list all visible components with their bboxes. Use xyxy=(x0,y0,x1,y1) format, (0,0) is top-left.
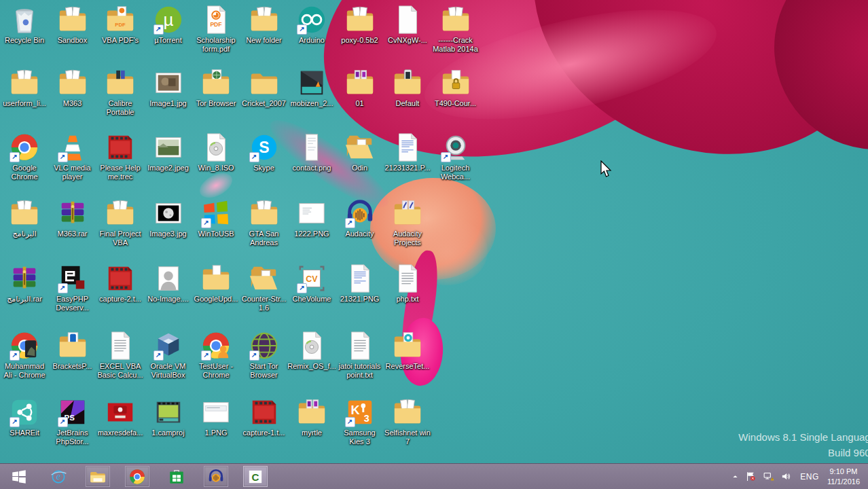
audacity-button[interactable] xyxy=(204,466,228,487)
desktop-icon-audacity-projects[interactable]: Audacity Projects xyxy=(384,198,431,247)
desktop-icon-contact-png[interactable]: contact.png xyxy=(288,132,336,173)
camtasia-button[interactable]: C xyxy=(243,466,268,487)
start-button[interactable] xyxy=(7,466,31,487)
desktop: Recycle BinSandboxPDFVBA PDF'sµ↗µTorrent… xyxy=(0,0,868,489)
desktop-icon-chevolume[interactable]: CV↗CheVolume xyxy=(288,263,336,304)
desktop-icon-googleupd[interactable]: GoogleUpd... xyxy=(192,263,240,304)
desktop-icon-vlc-media-player[interactable]: ↗VLC media player xyxy=(49,132,96,181)
desktop-icon-audacity[interactable]: ↗Audacity xyxy=(336,198,384,238)
desktop-icon-t490-cour[interactable]: T490-Cour... xyxy=(432,67,480,108)
desktop-icon-final-project-vba[interactable]: Final Project VBA xyxy=(96,198,144,247)
desktop-icon-label: 01 xyxy=(355,99,363,108)
desktop-icon-torrent[interactable]: µ↗µTorrent xyxy=(145,4,192,45)
volume-icon[interactable] xyxy=(780,471,792,482)
desktop-icon-crack-matlab-2014a[interactable]: ------Crack Matlab 2014a xyxy=(432,4,480,54)
desktop-icon-myrtle[interactable]: myrtle xyxy=(288,397,336,437)
desktop-icon-capture-1-t[interactable]: capture-1.t... xyxy=(240,397,288,437)
desktop-icon-m363[interactable]: M363 xyxy=(49,67,96,108)
desktop-icon-1-camproj[interactable]: 1.camproj xyxy=(145,397,192,437)
desktop-icon-image1-jpg[interactable]: Image1.jpg xyxy=(145,67,192,108)
network-warning-icon[interactable] xyxy=(763,471,774,482)
utorrent-icon: µ↗ xyxy=(153,4,184,35)
desktop-icon-label: contact.png xyxy=(293,164,331,173)
desktop-icon-odin[interactable]: Odin xyxy=(336,132,384,173)
easyphp-icon: ↗ xyxy=(57,263,88,294)
desktop-icon-php-txt[interactable]: php.txt xyxy=(384,263,431,304)
desktop-icon-label: New folder xyxy=(246,36,282,45)
wintousb-icon: ↗ xyxy=(200,198,232,229)
desktop-icon-recycle-bin[interactable]: Recycle Bin xyxy=(1,4,48,45)
desktop-icon-label: Arduino xyxy=(299,36,325,45)
desktop-icon-logitech-webca[interactable]: ↗Logitech Webca... xyxy=(432,132,480,181)
desktop-icon-skype[interactable]: S↗Skype xyxy=(240,132,288,173)
desktop-icon-testuser-chrome[interactable]: ↗TestUser - Chrome xyxy=(192,330,240,380)
desktop-icon-start-tor-browser[interactable]: ↗Start Tor Browser xyxy=(240,330,288,380)
folder-phone-icon xyxy=(392,67,423,98)
file-explorer-button[interactable] xyxy=(86,466,110,487)
desktop-icon-icon[interactable]: البرنامج xyxy=(1,198,48,238)
desktop-icon-remix-os-f[interactable]: Remix_OS_f... xyxy=(288,330,336,371)
desktop-icon-vba-pdf-s[interactable]: PDFVBA PDF's xyxy=(96,4,144,45)
clock[interactable]: 9:10 PM 11/1/2016 xyxy=(827,467,863,486)
desktop-icon-muhammad-ali-chrome[interactable]: ↗Muhammad Ali - Chrome xyxy=(1,330,48,380)
desktop-icon-image3-jpg[interactable]: Image3.jpg xyxy=(145,198,192,238)
desktop-icon-jatoi-tutorials-point-txt[interactable]: jatoi tutorials point.txt xyxy=(336,330,384,380)
desktop-icon-m363-rar[interactable]: M363.rar xyxy=(49,198,96,238)
internet-explorer-button[interactable]: e xyxy=(46,466,71,487)
desktop-icon-cvnxgw[interactable]: CvNXgW-... xyxy=(384,4,431,45)
desktop-icon-samsung-kies-3[interactable]: K3↗Samsung Kies 3 xyxy=(336,397,384,446)
desktop-icon-label: maxresdefa... xyxy=(98,429,143,437)
folder-pdf-icon: PDF xyxy=(105,4,136,35)
desktop-icon-google-chrome[interactable]: ↗Google Chrome xyxy=(1,132,48,181)
recycle-bin-icon xyxy=(9,4,40,35)
desktop-icon-mobizen-2[interactable]: mobizen_2... xyxy=(288,67,336,108)
desktop-icon-please-help-me-trec[interactable]: Please Help me.trec xyxy=(96,132,144,181)
desktop-icon-cricket-2007[interactable]: Cricket_2007 xyxy=(240,67,288,108)
desktop-icon-1-png[interactable]: 1.PNG xyxy=(192,397,240,437)
film-red-icon xyxy=(249,397,280,428)
svg-text:PDF: PDF xyxy=(115,22,126,28)
desktop-icon-wintousb[interactable]: ↗WinToUSB xyxy=(192,198,240,238)
desktop-icon-poxy-0-5b2[interactable]: poxy-0.5b2 xyxy=(336,4,384,45)
desktop-icon-1222-png[interactable]: 1222.PNG xyxy=(288,198,336,238)
desktop-icon-new-folder[interactable]: New folder xyxy=(240,4,288,45)
desktop-icon-jetbrains-phpstor[interactable]: PS↗JetBrains PhpStor... xyxy=(49,397,96,446)
desktop-icon-arduino[interactable]: ↗Arduino xyxy=(288,4,336,45)
desktop-icon-21321-png[interactable]: 21321.PNG xyxy=(336,263,384,304)
desktop-icon-oracle-vm-virtualbox[interactable]: ↗Oracle VM VirtualBox xyxy=(145,330,192,380)
desktop-icon-reversetet[interactable]: ReverseTet... xyxy=(384,330,431,371)
desktop-icon-sandbox[interactable]: Sandbox xyxy=(49,4,96,45)
desktop-icon-shareit[interactable]: ↗SHAREit xyxy=(1,397,48,437)
action-center-flag-icon[interactable] xyxy=(745,471,757,482)
desktop-icon-label: Image2.jpeg xyxy=(147,164,189,173)
desktop-icon-default[interactable]: Default xyxy=(384,67,431,108)
desktop-icon-win-8-iso[interactable]: Win_8.ISO xyxy=(192,132,240,173)
system-tray: ENG 9:10 PM 11/1/2016 xyxy=(731,464,868,489)
google-chrome-button[interactable] xyxy=(125,466,149,487)
desktop-icon-scholarship-form-pdf[interactable]: PDFScholarship form.pdf xyxy=(192,4,240,54)
hidden-icons-chevron-icon[interactable] xyxy=(731,473,739,480)
desktop-icon-selfishnet-win-7[interactable]: Selfishnet win 7 xyxy=(384,397,431,446)
desktop-icon-maxresdefa[interactable]: maxresdefa... xyxy=(96,397,144,437)
folder-globe-icon xyxy=(200,67,232,98)
desktop-icon-01[interactable]: 01 xyxy=(336,67,384,108)
desktop-icon-bracketsp[interactable]: BracketsP... xyxy=(49,330,96,371)
desktop-icon-image2-jpeg[interactable]: Image2.jpeg xyxy=(145,132,192,173)
desktop-icon-21231321-p[interactable]: 21231321.P... xyxy=(384,132,431,173)
desktop-icon-excel-vba-basic-calcu[interactable]: EXCEL VBA Basic Calcu... xyxy=(96,330,144,380)
desktop-icon-calibre-portable[interactable]: Calibre Portable xyxy=(96,67,144,117)
desktop-icon-rar[interactable]: البرنامج.rar xyxy=(1,263,48,304)
language-indicator[interactable]: ENG xyxy=(798,472,821,482)
mouse-cursor-icon xyxy=(600,160,613,181)
desktop-icon-easyphp-devserv[interactable]: ↗EasyPHP Devserv... xyxy=(49,263,96,312)
desktop-icon-gta-san-andreas[interactable]: GTA San Andreas xyxy=(240,198,288,247)
desktop-icon-counter-str-1-6[interactable]: Counter-Str... 1.6 xyxy=(240,263,288,312)
desktop-icon-tor-browser[interactable]: Tor Browser xyxy=(192,67,240,108)
shortcut-arrow-icon: ↗ xyxy=(10,350,20,361)
desktop-icon-capture-2-t[interactable]: capture-2.t... xyxy=(96,263,144,304)
desktop-icon-no-image[interactable]: No-Image.... xyxy=(145,263,192,304)
desktop-icon-label: Win_8.ISO xyxy=(198,164,234,173)
folder-docs-icon xyxy=(9,67,40,98)
windows-store-button[interactable] xyxy=(164,466,189,487)
desktop-icon-userform-li[interactable]: userform_li... xyxy=(1,67,48,108)
